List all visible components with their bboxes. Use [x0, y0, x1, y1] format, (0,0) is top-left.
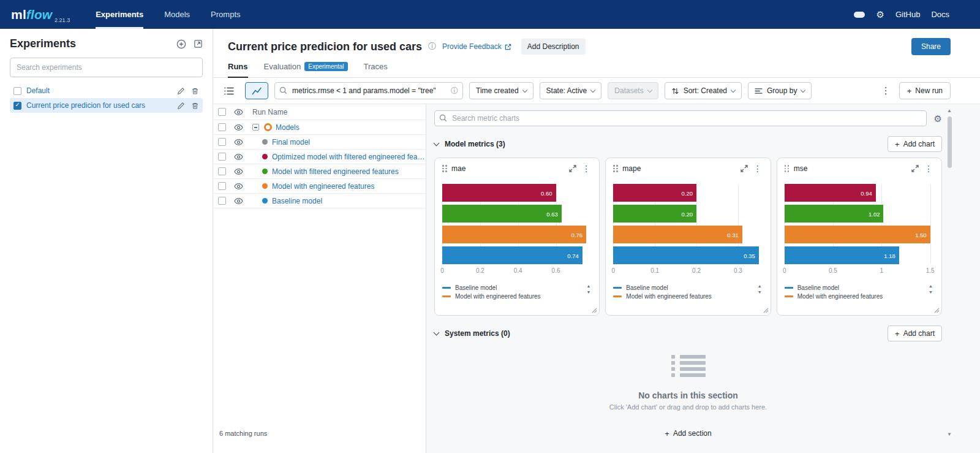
search-experiments-input[interactable] — [10, 58, 203, 77]
legend-item[interactable]: Model with engineered features — [785, 292, 922, 300]
github-link[interactable]: GitHub — [895, 10, 920, 19]
list-view-button[interactable] — [219, 82, 239, 99]
legend-down-icon[interactable]: ▼ — [758, 290, 762, 294]
add-chart-button[interactable]: +Add chart — [888, 325, 942, 341]
delete-experiment-icon[interactable] — [191, 87, 199, 95]
run-checkbox[interactable] — [218, 153, 226, 161]
docs-link[interactable]: Docs — [931, 10, 949, 19]
filter-info-icon[interactable]: ⓘ — [451, 86, 458, 96]
bar-baseline-model[interactable]: 0.35 — [613, 246, 759, 264]
experiment-name-link[interactable]: Default — [26, 86, 172, 95]
legend-item[interactable]: Model with engineered features — [613, 292, 750, 300]
bar-model-with-filtered-engineered-features[interactable]: 0.20 — [613, 205, 696, 223]
bar-optimized-model-with-filtered-engineered-features[interactable]: 0.60 — [442, 184, 556, 202]
group-checkbox[interactable] — [218, 123, 226, 131]
legend-up-icon[interactable]: ▲ — [929, 284, 933, 288]
legend-item[interactable]: Model with engineered features — [442, 292, 579, 300]
legend-down-icon[interactable]: ▼ — [586, 290, 590, 294]
run-row[interactable]: Final model — [213, 135, 426, 150]
legend-up-icon[interactable]: ▲ — [586, 284, 590, 288]
experiment-checkbox-checked[interactable] — [13, 102, 21, 110]
run-visibility-icon[interactable] — [234, 153, 252, 161]
legend-item[interactable]: Baseline model — [613, 283, 750, 292]
more-options-icon[interactable]: ⋮ — [879, 85, 893, 96]
new-run-button[interactable]: +New run — [899, 82, 951, 99]
tab-evaluation[interactable]: Evaluation Experimental — [264, 62, 348, 78]
nav-prompts[interactable]: Prompts — [211, 0, 240, 29]
charts-scrollbar[interactable]: ▲ ▼ — [946, 108, 953, 437]
group-name-link[interactable]: Models — [276, 123, 300, 132]
expand-chart-icon[interactable] — [741, 165, 748, 172]
delete-experiment-icon[interactable] — [191, 102, 199, 110]
expand-chart-icon[interactable] — [911, 165, 919, 172]
run-group-row[interactable]: Models — [213, 120, 426, 135]
nav-experiments[interactable]: Experiments — [96, 0, 143, 29]
bar-model-with-filtered-engineered-features[interactable]: 1.02 — [785, 205, 884, 223]
bar-baseline-model[interactable]: 1.18 — [785, 246, 899, 264]
state-dropdown[interactable]: State: Active — [540, 82, 602, 99]
legend-up-icon[interactable]: ▲ — [758, 284, 762, 288]
run-name-link[interactable]: Baseline model — [272, 197, 322, 205]
run-visibility-icon[interactable] — [234, 197, 252, 205]
resize-handle-icon[interactable] — [934, 308, 940, 313]
run-visibility-icon[interactable] — [234, 183, 252, 190]
add-section-button[interactable]: + Add section — [434, 429, 942, 438]
legend-down-icon[interactable]: ▼ — [929, 290, 933, 294]
legend-scroll-arrows[interactable]: ▲▼ — [758, 284, 762, 294]
provide-feedback-link[interactable]: Provide Feedback — [442, 42, 511, 51]
drag-handle-icon[interactable] — [442, 165, 447, 172]
experiment-list-item-default[interactable]: Default — [10, 83, 203, 98]
drag-handle-icon[interactable] — [785, 165, 790, 172]
chart-view-button[interactable] — [245, 82, 268, 99]
resize-handle-icon[interactable] — [763, 308, 769, 313]
run-visibility-icon[interactable] — [234, 139, 252, 146]
settings-gear-icon[interactable]: ⚙ — [876, 10, 884, 19]
chevron-down-icon[interactable] — [434, 329, 440, 335]
chart-menu-icon[interactable]: ⋮ — [923, 164, 934, 173]
run-row[interactable]: Model with engineered features — [213, 179, 426, 194]
run-visibility-icon[interactable] — [234, 168, 252, 175]
expand-chart-icon[interactable] — [569, 165, 576, 172]
run-row[interactable]: Baseline model — [213, 194, 426, 208]
add-description-button[interactable]: Add Description — [521, 39, 586, 55]
run-checkbox[interactable] — [218, 138, 226, 146]
bar-model-with-engineered-features[interactable]: 1.50 — [785, 226, 930, 243]
run-row[interactable]: Optimized model with filtered engineered… — [213, 150, 426, 164]
drag-handle-icon[interactable] — [613, 165, 618, 172]
run-name-link[interactable]: Model with filtered engineered features — [272, 167, 399, 176]
run-filter-input[interactable] — [274, 82, 463, 99]
search-metric-charts-input[interactable] — [434, 110, 927, 126]
toggle-all-visibility-icon[interactable] — [234, 108, 252, 116]
bar-model-with-engineered-features[interactable]: 0.31 — [613, 226, 742, 243]
experiment-list-item-current[interactable]: Current price predicion for used cars — [10, 98, 203, 113]
run-name-link[interactable]: Model with engineered features — [272, 182, 374, 191]
select-all-checkbox[interactable] — [218, 108, 226, 116]
chart-menu-icon[interactable]: ⋮ — [752, 164, 763, 173]
bar-optimized-model-with-filtered-engineered-features[interactable]: 0.94 — [785, 184, 876, 202]
collapse-panel-icon[interactable] — [194, 39, 203, 48]
legend-item[interactable]: Baseline model — [785, 283, 922, 292]
resize-handle-icon[interactable] — [592, 308, 597, 313]
tab-runs[interactable]: Runs — [228, 62, 248, 78]
time-created-dropdown[interactable]: Time created — [469, 82, 533, 99]
run-checkbox[interactable] — [218, 197, 226, 205]
info-icon[interactable]: ⓘ — [428, 41, 436, 52]
legend-scroll-arrows[interactable]: ▲▼ — [929, 284, 933, 294]
bar-baseline-model[interactable]: 0.74 — [442, 246, 582, 264]
chart-menu-icon[interactable]: ⋮ — [581, 164, 592, 173]
bar-optimized-model-with-filtered-engineered-features[interactable]: 0.20 — [613, 184, 696, 202]
bar-model-with-filtered-engineered-features[interactable]: 0.63 — [442, 205, 562, 223]
run-checkbox[interactable] — [218, 182, 226, 190]
charts-settings-gear-icon[interactable]: ⚙ — [934, 114, 942, 123]
add-chart-button[interactable]: +Add chart — [888, 136, 942, 152]
edit-experiment-icon[interactable] — [177, 102, 185, 110]
scrollbar-thumb[interactable] — [948, 116, 952, 168]
nav-models[interactable]: Models — [164, 0, 190, 29]
bar-model-with-engineered-features[interactable]: 0.76 — [442, 226, 586, 243]
edit-experiment-icon[interactable] — [177, 87, 185, 95]
new-experiment-icon[interactable] — [176, 39, 186, 49]
mlflow-logo[interactable]: ml flow 2.21.3 — [11, 0, 70, 29]
chevron-down-icon[interactable] — [434, 140, 440, 146]
run-checkbox[interactable] — [218, 167, 226, 175]
tab-traces[interactable]: Traces — [364, 62, 388, 78]
